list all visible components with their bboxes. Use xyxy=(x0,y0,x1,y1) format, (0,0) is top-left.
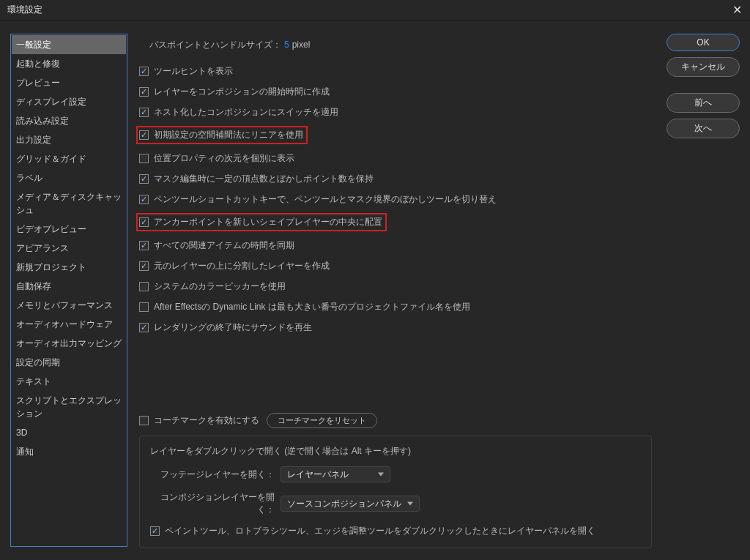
option-checkbox-3[interactable] xyxy=(139,130,149,140)
dialog-title: 環境設定 xyxy=(7,4,42,16)
sidebar-item-18[interactable]: スクリプトとエクスプレッション xyxy=(12,391,126,423)
option-label-3: 初期設定の空間補間法にリニアを使用 xyxy=(154,129,303,141)
option-label-7: アンカーポイントを新しいシェイプレイヤーの中央に配置 xyxy=(154,216,382,228)
sidebar-item-10[interactable]: アピアランス xyxy=(12,239,126,258)
sidebar-item-3[interactable]: ディスプレイ設定 xyxy=(12,92,126,111)
option-label-9: 元のレイヤーの上に分割したレイヤーを作成 xyxy=(154,260,330,272)
sidebar-item-1[interactable]: 起動と修復 xyxy=(12,54,126,73)
sidebar-item-4[interactable]: 読み込み設定 xyxy=(12,111,126,130)
option-label-10: システムのカラーピッカーを使用 xyxy=(154,280,286,293)
sidebar-item-15[interactable]: オーディオ出力マッピング xyxy=(12,334,126,353)
option-checkbox-9[interactable] xyxy=(139,261,149,271)
option-checkbox-8[interactable] xyxy=(139,241,149,250)
coach-marks-label: コーチマークを有効にする xyxy=(154,414,259,427)
sidebar-item-5[interactable]: 出力設定 xyxy=(12,130,126,149)
sidebar-item-14[interactable]: オーディオハードウェア xyxy=(12,315,126,334)
option-checkbox-5[interactable] xyxy=(139,174,149,184)
comp-layer-label: コンポジションレイヤーを開く： xyxy=(150,491,275,516)
sidebar-item-8[interactable]: メディア＆ディスクキャッシュ xyxy=(12,187,126,220)
option-label-8: すべての関連アイテムの時間を同期 xyxy=(154,239,294,252)
group-title: レイヤーをダブルクリックで開く (逆で開く場合は Alt キーを押す) xyxy=(150,445,641,458)
sidebar-item-9[interactable]: ビデオプレビュー xyxy=(12,220,126,239)
coach-marks-checkbox[interactable] xyxy=(139,416,149,425)
sidebar-item-11[interactable]: 新規プロジェクト xyxy=(12,258,126,277)
paint-tool-checkbox[interactable] xyxy=(150,526,160,536)
path-size-label: パスポイントとハンドルサイズ： xyxy=(149,39,281,51)
option-checkbox-2[interactable] xyxy=(139,108,149,117)
double-click-group: レイヤーをダブルクリックで開く (逆で開く場合は Alt キーを押す) フッテー… xyxy=(139,436,652,548)
sidebar-item-20[interactable]: 通知 xyxy=(12,442,126,461)
next-button[interactable]: 次へ xyxy=(667,119,740,138)
footage-layer-select[interactable]: レイヤーパネル xyxy=(281,466,390,482)
paint-tool-label: ペイントツール、ロトブラシツール、エッジを調整ツールをダブルクリックしたときにレ… xyxy=(165,525,595,537)
sidebar-item-16[interactable]: 設定の同期 xyxy=(12,353,126,372)
option-label-11: After Effectsの Dynamic Link は最も大きい番号のプロジ… xyxy=(154,301,470,313)
path-size-unit: pixel xyxy=(292,40,311,50)
option-label-5: マスク編集時に一定の頂点数とぼかしポイント数を保持 xyxy=(154,173,374,185)
sidebar-item-19[interactable]: 3D xyxy=(12,423,126,442)
category-sidebar: 一般設定起動と修復プレビューディスプレイ設定読み込み設定出力設定グリッド＆ガイド… xyxy=(10,34,127,547)
comp-layer-select[interactable]: ソースコンポジションパネル xyxy=(281,496,420,512)
option-label-0: ツールヒントを表示 xyxy=(154,65,233,78)
sidebar-item-17[interactable]: テキスト xyxy=(12,372,126,391)
option-checkbox-1[interactable] xyxy=(139,87,149,97)
option-label-4: 位置プロパティの次元を個別に表示 xyxy=(154,152,294,165)
option-label-2: ネスト化したコンポジションにスイッチを適用 xyxy=(154,106,338,119)
sidebar-item-0[interactable]: 一般設定 xyxy=(12,35,126,54)
settings-panel: パスポイントとハンドルサイズ： 5 pixel ツールヒントを表示レイヤーをコン… xyxy=(138,34,653,547)
option-label-6: ペンツールショートカットキーで、ペンツールとマスク境界のぼかしツールを切り替え xyxy=(154,193,497,206)
sidebar-item-6[interactable]: グリッド＆ガイド xyxy=(12,149,126,168)
option-checkbox-0[interactable] xyxy=(139,67,149,76)
ok-button[interactable]: OK xyxy=(667,34,740,51)
option-checkbox-12[interactable] xyxy=(139,323,149,332)
close-icon[interactable]: ✕ xyxy=(728,1,746,19)
option-checkbox-4[interactable] xyxy=(139,154,149,163)
sidebar-item-7[interactable]: ラベル xyxy=(12,168,126,187)
cancel-button[interactable]: キャンセル xyxy=(667,57,740,77)
option-checkbox-7[interactable] xyxy=(139,217,149,227)
option-checkbox-11[interactable] xyxy=(139,302,149,312)
sidebar-item-13[interactable]: メモリとパフォーマンス xyxy=(12,296,126,315)
option-checkbox-6[interactable] xyxy=(139,195,149,204)
footage-layer-label: フッテージレイヤーを開く： xyxy=(150,468,275,481)
prev-button[interactable]: 前へ xyxy=(667,93,740,113)
option-label-12: レンダリングの終了時にサウンドを再生 xyxy=(154,321,312,334)
option-label-1: レイヤーをコンポジションの開始時間に作成 xyxy=(154,86,330,98)
option-checkbox-10[interactable] xyxy=(139,282,149,291)
sidebar-item-12[interactable]: 自動保存 xyxy=(12,277,126,296)
sidebar-item-2[interactable]: プレビュー xyxy=(12,73,126,92)
reset-coach-marks-button[interactable]: コーチマークをリセット xyxy=(267,413,377,428)
path-size-value[interactable]: 5 xyxy=(284,40,289,50)
